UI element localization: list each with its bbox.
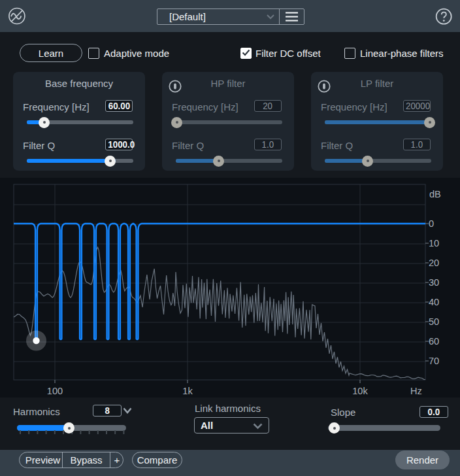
svg-text:50: 50 <box>429 316 439 327</box>
svg-text:40: 40 <box>429 297 439 307</box>
svg-text:20: 20 <box>429 258 439 268</box>
svg-text:70: 70 <box>429 356 439 366</box>
svg-text:10k: 10k <box>352 386 368 396</box>
svg-text:10: 10 <box>429 238 439 248</box>
svg-text:60: 60 <box>429 336 439 347</box>
svg-text:Hz: Hz <box>410 386 422 396</box>
svg-text:1k: 1k <box>182 386 193 396</box>
svg-text:100: 100 <box>47 386 63 396</box>
svg-text:30: 30 <box>429 277 439 288</box>
svg-text:0: 0 <box>429 218 434 229</box>
svg-text:dB: dB <box>429 189 441 199</box>
